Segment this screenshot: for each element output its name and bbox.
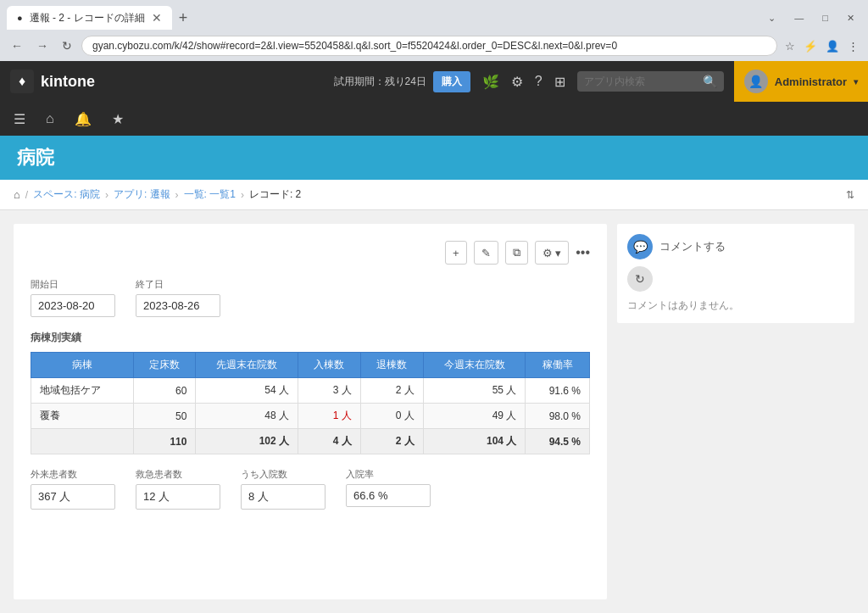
settings-gear-icon: ⚙ xyxy=(542,247,553,259)
col-ward: 病棟 xyxy=(31,353,134,378)
add-button[interactable]: + xyxy=(445,241,467,265)
win-restore-button[interactable]: — xyxy=(787,11,810,25)
star-icon[interactable]: ★ xyxy=(108,108,127,131)
tab-bar: ● 遷報 - 2 - レコードの詳細 ✕ + ⌄ — □ ✕ xyxy=(0,0,868,31)
occupancy-2: 98.0 % xyxy=(526,404,590,429)
table-row: 覆養 50 48 人 1 人 0 人 49 人 98.0 % xyxy=(31,404,590,429)
emergency-label: 救急患者数 xyxy=(136,468,220,481)
help-icon[interactable]: ? xyxy=(531,70,546,92)
table-section-label: 病棟別実績 xyxy=(31,331,590,345)
profile-icon[interactable]: 👤 xyxy=(823,38,842,54)
buy-button[interactable]: 購入 xyxy=(433,71,470,92)
search-button[interactable]: 🔍 xyxy=(703,75,717,88)
admin-name: Administrator xyxy=(775,75,847,88)
admitted-1: 3 人 xyxy=(298,378,360,404)
filter-icon[interactable]: ⇅ xyxy=(846,189,854,201)
history-icon[interactable]: ↻ xyxy=(627,266,653,292)
end-date-group: 終了日 2023-08-26 xyxy=(136,278,220,317)
win-close-button[interactable]: ✕ xyxy=(840,11,861,25)
settings-chevron-icon: ▾ xyxy=(555,247,561,259)
app-title-bar: 病院 xyxy=(0,136,868,180)
total-curr: 104 人 xyxy=(423,429,526,454)
reload-button[interactable]: ↻ xyxy=(58,37,76,54)
nav-bar: ☰ ⌂ 🔔 ★ xyxy=(0,102,868,136)
total-prev: 102 人 xyxy=(196,429,298,454)
admitted-label: うち入院数 xyxy=(241,468,326,481)
app-title: 病院 xyxy=(17,145,54,170)
admin-area[interactable]: Administrator ▾ xyxy=(734,61,868,102)
settings-button[interactable]: ⚙ ▾ xyxy=(535,241,570,265)
emergency-group: 救急患者数 12 人 xyxy=(136,468,220,510)
admin-chevron-icon: ▾ xyxy=(854,77,858,86)
admission-rate-group: 入院率 66.6 % xyxy=(346,468,431,510)
outpatient-label: 外来患者数 xyxy=(31,468,115,481)
comment-input-label[interactable]: コメントする xyxy=(659,239,726,254)
edit-button[interactable]: ✎ xyxy=(474,241,498,265)
settings-icon[interactable]: ⚙ xyxy=(508,70,526,93)
beds-1: 60 xyxy=(133,378,196,404)
curr-1: 55 人 xyxy=(423,378,526,404)
logo-diamond-icon xyxy=(10,70,34,93)
url-input[interactable]: gyan.cybozu.com/k/42/show#record=2&l.vie… xyxy=(81,36,777,56)
breadcrumb-home-icon[interactable]: ⌂ xyxy=(14,188,20,201)
comment-icon[interactable]: 💬 xyxy=(627,234,653,259)
address-bar-icons: ☆ ⚡ 👤 ⋮ xyxy=(782,38,861,54)
back-button[interactable]: ← xyxy=(7,37,27,54)
admin-avatar-icon xyxy=(744,70,768,93)
ward-name-1: 地域包括ケア xyxy=(31,378,134,404)
discharged-1: 2 人 xyxy=(360,378,423,404)
ward-name-2: 覆養 xyxy=(31,404,134,429)
table-header-row: 病棟 定床数 先週末在院数 入棟数 退棟数 今週末在院数 稼働率 xyxy=(31,353,590,378)
win-maximize-button[interactable]: □ xyxy=(815,11,835,25)
breadcrumb-app[interactable]: アプリ: 遷報 xyxy=(114,187,170,202)
more-button[interactable]: ••• xyxy=(576,241,590,265)
comment-header: 💬 コメントする xyxy=(627,234,844,259)
forward-button[interactable]: → xyxy=(32,37,53,54)
extensions-icon[interactable]: ⚡ xyxy=(801,38,820,54)
leaf-icon[interactable]: 🌿 xyxy=(479,70,503,93)
bookmark-icon[interactable]: ☆ xyxy=(782,38,798,54)
win-minimize-button[interactable]: ⌄ xyxy=(761,11,782,25)
date-fields: 開始日 2023-08-20 終了日 2023-08-26 xyxy=(31,278,590,317)
total-admitted: 4 人 xyxy=(298,429,360,454)
start-date-value: 2023-08-20 xyxy=(31,294,115,317)
record-area: + ✎ ⧉ ⚙ ▾ ••• 開始日 2023-08-20 終了日 2023-08… xyxy=(14,224,607,599)
hamburger-icon[interactable]: ☰ xyxy=(10,108,29,131)
total-beds: 110 xyxy=(133,429,196,454)
end-date-value: 2023-08-26 xyxy=(136,294,220,317)
new-tab-button[interactable]: + xyxy=(172,9,195,27)
occupancy-1: 91.6 % xyxy=(526,378,590,404)
home-nav-icon[interactable]: ⌂ xyxy=(42,108,58,130)
breadcrumb-list[interactable]: 一覧: 一覧1 xyxy=(184,187,236,202)
col-curr-patients: 今週末在院数 xyxy=(423,353,526,378)
window-controls: ⌄ — □ ✕ xyxy=(761,11,861,25)
tab-favicon: ● xyxy=(17,13,23,23)
table-total-row: 110 102 人 4 人 2 人 104 人 94.5 % xyxy=(31,429,590,454)
record-toolbar: + ✎ ⧉ ⚙ ▾ ••• xyxy=(31,241,590,265)
active-tab[interactable]: ● 遷報 - 2 - レコードの詳細 ✕ xyxy=(7,6,172,30)
copy-button[interactable]: ⧉ xyxy=(505,241,528,265)
tab-close-button[interactable]: ✕ xyxy=(152,11,162,25)
total-discharged: 2 人 xyxy=(360,429,423,454)
col-occupancy: 稼働率 xyxy=(526,353,590,378)
logo-text: kintone xyxy=(41,73,95,91)
end-date-label: 終了日 xyxy=(136,278,220,291)
col-beds: 定床数 xyxy=(133,353,196,378)
col-discharged: 退棟数 xyxy=(360,353,423,378)
trial-notice: 試用期間：残り24日 購入 xyxy=(334,71,470,92)
beds-2: 50 xyxy=(133,404,196,429)
prev-1: 54 人 xyxy=(196,378,298,404)
admission-rate-value: 66.6 % xyxy=(346,484,431,507)
outpatient-group: 外来患者数 367 人 xyxy=(31,468,115,510)
admitted-2: 1 人 xyxy=(298,404,360,429)
menu-icon[interactable]: ⋮ xyxy=(845,38,861,54)
start-date-label: 開始日 xyxy=(31,278,115,291)
address-bar: ← → ↻ gyan.cybozu.com/k/42/show#record=2… xyxy=(0,31,868,61)
ward-table: 病棟 定床数 先週末在院数 入棟数 退棟数 今週末在院数 稼働率 地域包括ケア … xyxy=(31,352,590,454)
breadcrumb-space[interactable]: スペース: 病院 xyxy=(33,187,100,202)
col-admitted: 入棟数 xyxy=(298,353,360,378)
bell-icon[interactable]: 🔔 xyxy=(71,108,95,131)
search-input[interactable] xyxy=(584,75,703,87)
breadcrumb: ⌂ / スペース: 病院 › アプリ: 遷報 › 一覧: 一覧1 › レコード:… xyxy=(0,180,868,210)
apps-icon[interactable]: ⊞ xyxy=(551,70,569,93)
